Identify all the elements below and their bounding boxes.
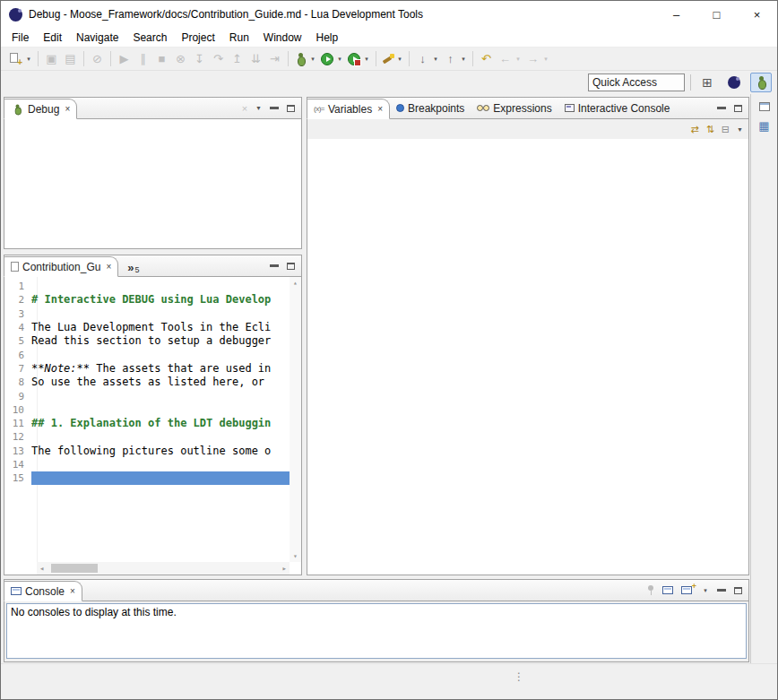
minimize-view-icon[interactable]: [717, 589, 726, 592]
minimize-view-icon[interactable]: [270, 264, 279, 267]
remove-terminated-icon[interactable]: ×: [242, 103, 247, 114]
skip-all-breakpoints-icon: ⊘: [90, 53, 105, 65]
step-over-button[interactable]: ↷: [209, 49, 228, 69]
skip-all-breakpoints-button[interactable]: ⊘: [88, 49, 107, 69]
drop-to-frame-button[interactable]: ⇊: [246, 49, 265, 69]
collapse-all-icon[interactable]: ⊟: [722, 124, 730, 135]
show-type-names-icon[interactable]: ⇄: [690, 124, 698, 135]
open-console-button[interactable]: +: [681, 586, 692, 594]
suspend-button[interactable]: ∥: [134, 49, 152, 69]
search-button[interactable]: ▾: [380, 49, 405, 69]
menu-run[interactable]: Run: [222, 30, 256, 46]
tab-console[interactable]: Console ×: [4, 581, 82, 601]
close-tab-icon[interactable]: ×: [70, 586, 75, 596]
scroll-up-icon[interactable]: ▴: [293, 279, 298, 287]
restore-view-icon[interactable]: [759, 102, 770, 111]
console-content[interactable]: No consoles to display at this time.: [6, 603, 747, 659]
scroll-left-icon[interactable]: ◂: [39, 564, 44, 573]
dropdown-arrow-icon[interactable]: ▾: [336, 56, 343, 63]
view-menu-icon[interactable]: ▼: [737, 126, 743, 133]
use-step-filters-button[interactable]: ⇥: [265, 49, 284, 69]
dropdown-arrow-icon[interactable]: ▾: [396, 56, 403, 63]
close-tab-icon[interactable]: ×: [65, 104, 70, 114]
minimize-view-icon[interactable]: [717, 107, 726, 109]
new-button[interactable]: + ▾: [5, 49, 34, 69]
disconnect-button[interactable]: ⊗: [171, 49, 190, 69]
maximize-view-icon[interactable]: [287, 263, 295, 270]
coverage-button[interactable]: ▾: [345, 49, 372, 69]
ldt-perspective-button[interactable]: [723, 73, 745, 92]
tab-expressions[interactable]: Expressions: [471, 98, 558, 118]
step-return-button[interactable]: ↥: [228, 49, 246, 69]
editor-line: 1: [4, 280, 290, 293]
menu-project[interactable]: Project: [174, 30, 221, 46]
tab-interactive-console[interactable]: Interactive Console: [558, 98, 677, 118]
debug-perspective-button[interactable]: [750, 73, 772, 92]
scroll-right-icon[interactable]: ▸: [282, 564, 287, 573]
sash-grip[interactable]: ⋮: [514, 670, 524, 683]
debug-icon: [296, 53, 306, 65]
dropdown-arrow-icon[interactable]: ▾: [514, 56, 522, 63]
dropdown-arrow-icon[interactable]: ▾: [363, 56, 370, 63]
line-text: **Note:** The assets that are used in: [31, 362, 290, 376]
dropdown-arrow-icon[interactable]: ▾: [702, 587, 709, 594]
menu-edit[interactable]: Edit: [36, 30, 69, 46]
editor-overflow-chevron[interactable]: » 5: [118, 261, 144, 276]
menu-help[interactable]: Help: [309, 30, 346, 46]
vertical-scrollbar[interactable]: ▴ ▾: [290, 277, 301, 562]
variables-content[interactable]: [307, 139, 748, 575]
display-console-icon[interactable]: [662, 586, 673, 594]
close-tab-icon[interactable]: ×: [377, 104, 383, 114]
quick-access-input[interactable]: Quick Access: [588, 73, 685, 91]
tab-contribution-guide[interactable]: Contribution_Gu ×: [4, 256, 118, 277]
dropdown-arrow-icon[interactable]: ▾: [542, 56, 549, 63]
minimize-window-button[interactable]: –: [656, 1, 696, 28]
maximize-view-icon[interactable]: [734, 587, 742, 594]
workspace: Debug × × ▼ Contribution_Gu ×: [1, 94, 777, 663]
editor-line: 13The following pictures outline some o: [4, 445, 290, 458]
minimize-view-icon[interactable]: [270, 107, 279, 109]
debug-view-content[interactable]: [4, 119, 301, 248]
horizontal-scrollbar[interactable]: ◂ ▸: [37, 562, 290, 575]
last-edit-location-button[interactable]: ↶: [477, 49, 496, 69]
menu-search[interactable]: Search: [125, 30, 174, 46]
editor-line: 8So use the assets as listed here, or: [4, 376, 290, 389]
save-all-button[interactable]: ▤: [61, 49, 80, 69]
minimized-view-icon[interactable]: ▦: [758, 120, 769, 132]
tab-variables[interactable]: (x)= Variables ×: [307, 99, 390, 119]
menu-navigate[interactable]: Navigate: [69, 30, 125, 46]
scroll-down-icon[interactable]: ▾: [293, 552, 298, 560]
show-logical-structure-icon[interactable]: ⇅: [706, 124, 714, 135]
dropdown-arrow-icon[interactable]: ▾: [309, 56, 316, 63]
pin-console-icon[interactable]: [647, 585, 654, 595]
debug-button[interactable]: ▾: [292, 49, 318, 69]
previous-annotation-button[interactable]: ↑ ▾: [441, 49, 469, 69]
dropdown-arrow-icon[interactable]: ▾: [25, 56, 32, 63]
resume-button[interactable]: ▶: [115, 49, 134, 69]
forward-button[interactable]: → ▾: [523, 49, 551, 69]
terminate-button[interactable]: ■: [152, 49, 171, 69]
maximize-view-icon[interactable]: [287, 105, 295, 112]
open-perspective-button[interactable]: ⊞: [696, 73, 718, 92]
line-text: [31, 280, 290, 293]
maximize-window-button[interactable]: □: [696, 1, 737, 28]
close-window-button[interactable]: ×: [737, 1, 777, 28]
line-text: The Lua Development Tools in the Ecli: [31, 321, 290, 334]
scrollbar-thumb[interactable]: [51, 564, 98, 573]
next-annotation-button[interactable]: ↓ ▾: [413, 49, 441, 69]
save-button[interactable]: ▣: [42, 49, 61, 69]
dropdown-arrow-icon[interactable]: ▾: [432, 56, 439, 63]
step-into-button[interactable]: ↧: [190, 49, 209, 69]
variables-tab-row: (x)= Variables × Breakpoints Expressions…: [307, 98, 748, 119]
tab-debug[interactable]: Debug ×: [4, 99, 77, 119]
dropdown-arrow-icon[interactable]: ▾: [460, 56, 467, 63]
maximize-view-icon[interactable]: [734, 105, 742, 112]
view-menu-icon[interactable]: ▼: [255, 105, 262, 111]
run-button[interactable]: ▾: [318, 49, 345, 69]
tab-breakpoints[interactable]: Breakpoints: [390, 98, 471, 118]
back-button[interactable]: ← ▾: [496, 49, 523, 69]
markdown-editor[interactable]: 1 2# Interactive DEBUG using Lua Develop…: [4, 277, 301, 575]
close-tab-icon[interactable]: ×: [106, 262, 111, 272]
menu-window[interactable]: Window: [256, 30, 309, 46]
menu-file[interactable]: File: [4, 30, 36, 46]
